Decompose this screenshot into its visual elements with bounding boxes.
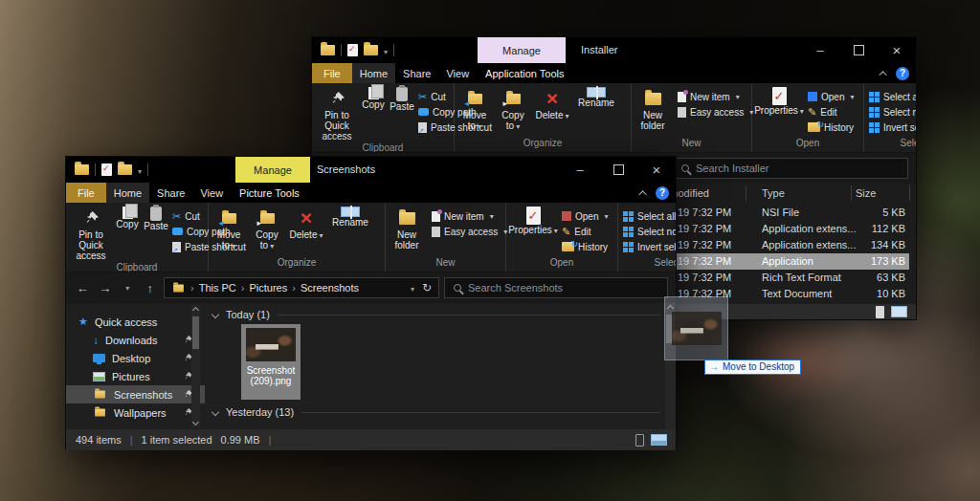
pin-to-quick-access-button[interactable]: Pin to Quick access [315, 86, 359, 142]
history-button[interactable]: History [808, 120, 854, 134]
sidebar-item-screenshots[interactable]: Screenshots [66, 385, 205, 403]
paste-button[interactable]: Paste [388, 86, 416, 142]
help-icon[interactable] [896, 67, 909, 80]
minimize-button[interactable] [801, 37, 839, 63]
window-screenshots[interactable]: Manage Screenshots File Home Share View … [65, 156, 677, 449]
scroll-up-icon[interactable] [191, 307, 198, 314]
tab-file[interactable]: File [66, 183, 106, 203]
close-button[interactable] [878, 37, 916, 63]
tab-share[interactable]: Share [149, 183, 192, 203]
close-button[interactable] [637, 157, 676, 183]
delete-button[interactable]: Delete [288, 206, 324, 257]
rename-button[interactable]: Rename [574, 86, 618, 138]
file-area[interactable]: Today (1) Screenshot (209).png Yesterday… [205, 303, 676, 429]
chevron-down-icon[interactable] [138, 164, 142, 176]
tab-home[interactable]: Home [352, 63, 395, 83]
folder-icon[interactable] [118, 164, 132, 175]
tab-home[interactable]: Home [106, 183, 149, 203]
open-button[interactable]: Open [562, 209, 608, 223]
copy-to-button[interactable]: ▸ Copy to [496, 86, 530, 138]
details-view-icon[interactable] [876, 306, 884, 318]
tab-view[interactable]: View [192, 183, 231, 203]
group-header-yesterday[interactable]: Yesterday (13) [212, 406, 660, 418]
properties-icon[interactable] [101, 163, 112, 176]
easy-access-button[interactable]: Easy access [432, 225, 507, 238]
folder-icon[interactable] [364, 45, 378, 55]
window-controls[interactable] [801, 37, 916, 63]
maximize-button[interactable] [839, 37, 878, 63]
ribbon-tab-row[interactable]: File Home Share View Picture Tools [66, 183, 676, 203]
search-input[interactable]: Search Screenshots [444, 277, 668, 298]
up-icon[interactable]: ↑ [142, 281, 160, 295]
copy-button[interactable]: Copy [113, 206, 142, 262]
sidebar-item-quick-access[interactable]: Quick access [66, 313, 205, 331]
edit-button[interactable]: Edit [562, 225, 608, 238]
chevron-down-icon[interactable] [212, 311, 219, 318]
tab-file[interactable]: File [312, 63, 352, 83]
column-divider[interactable] [746, 185, 746, 201]
search-input[interactable]: Search Installer [672, 158, 908, 179]
select-none-button[interactable]: Select none [869, 105, 916, 119]
invert-selection-button[interactable]: Invert selection [869, 120, 916, 134]
refresh-icon[interactable] [422, 281, 432, 294]
drag-ghost-thumbnail[interactable] [664, 296, 728, 360]
new-item-button[interactable]: New item [678, 90, 753, 103]
sidebar-item-pictures[interactable]: Pictures [66, 367, 205, 385]
breadcrumb[interactable]: This PC Pictures Screenshots [164, 277, 439, 298]
breadcrumb-this-pc[interactable]: This PC [199, 282, 236, 294]
breadcrumb-pictures[interactable]: Pictures [249, 282, 287, 294]
chevron-down-icon[interactable] [411, 282, 414, 294]
sidebar-item-desktop[interactable]: Desktop [66, 349, 205, 367]
titlebar[interactable]: Manage Installer [312, 37, 916, 63]
chevron-down-icon[interactable] [212, 408, 219, 416]
breadcrumb-screenshots[interactable]: Screenshots [301, 282, 359, 294]
collapse-ribbon-icon[interactable] [879, 71, 886, 78]
large-icons-view-icon[interactable] [891, 306, 907, 317]
ribbon-tab-row[interactable]: File Home Share View Application Tools [312, 63, 916, 83]
column-divider[interactable] [909, 185, 910, 201]
tab-share[interactable]: Share [395, 63, 438, 83]
scrollbar-thumb[interactable] [192, 316, 199, 349]
select-all-button[interactable]: Select all [623, 209, 676, 223]
maximize-button[interactable] [599, 157, 637, 183]
column-type[interactable]: Type [762, 187, 785, 199]
edit-button[interactable]: Edit [808, 105, 854, 119]
back-icon[interactable]: ← [74, 281, 92, 295]
column-size[interactable]: Size [856, 187, 876, 199]
quick-access-toolbar[interactable] [312, 44, 394, 56]
manage-tab[interactable]: Manage [235, 157, 310, 183]
column-divider[interactable] [851, 185, 852, 201]
properties-icon[interactable] [347, 44, 358, 56]
paste-button[interactable]: Paste [142, 206, 170, 262]
select-all-button[interactable]: Select all [869, 90, 916, 103]
file-tile-selected[interactable]: Screenshot (209).png [241, 324, 301, 400]
select-none-button[interactable]: Select none [623, 225, 676, 238]
details-view-icon[interactable] [635, 434, 644, 447]
tab-application-tools[interactable]: Application Tools [477, 63, 572, 83]
window-controls[interactable] [561, 157, 676, 183]
sidebar-item-wallpapers[interactable]: Wallpapers [66, 403, 205, 422]
help-icon[interactable] [656, 186, 669, 200]
forward-icon[interactable]: → [97, 281, 115, 295]
recent-locations-icon[interactable] [119, 283, 137, 293]
open-button[interactable]: Open [808, 90, 854, 103]
rename-button[interactable]: Rename [328, 206, 372, 257]
large-icons-view-icon[interactable] [651, 434, 667, 446]
easy-access-button[interactable]: Easy access [678, 105, 753, 119]
properties-button[interactable]: Properties [509, 206, 557, 257]
tab-picture-tools[interactable]: Picture Tools [231, 183, 308, 203]
folder-icon[interactable] [321, 45, 335, 55]
navigation-pane[interactable]: Quick access Downloads Desktop Pictures [66, 303, 205, 429]
move-to-button[interactable]: ◂ Move to [212, 206, 246, 257]
invert-selection-button[interactable]: Invert selection [623, 240, 676, 253]
history-button[interactable]: History [562, 240, 608, 253]
manage-tab[interactable]: Manage [478, 37, 566, 63]
new-item-button[interactable]: New item [432, 209, 507, 223]
delete-button[interactable]: Delete [534, 86, 570, 138]
folder-icon[interactable] [75, 164, 89, 175]
properties-button[interactable]: Properties [755, 86, 803, 138]
new-folder-button[interactable]: New folder [389, 206, 425, 257]
sidebar-scrollbar[interactable] [191, 305, 200, 427]
copy-to-button[interactable]: ▸ Copy to [250, 206, 284, 257]
quick-access-toolbar[interactable] [66, 163, 148, 176]
